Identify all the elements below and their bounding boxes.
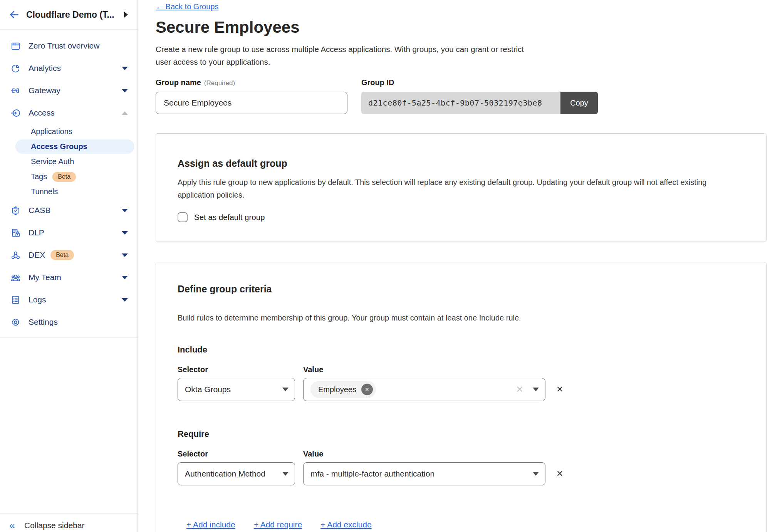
require-labels-row: Selector Value	[178, 450, 745, 458]
group-name-field: Group name(Required)	[156, 78, 347, 114]
add-rule-links: + Add include + Add require + Add exclud…	[178, 520, 745, 529]
sidebar-subitem-label: Service Auth	[31, 157, 74, 166]
sidebar-item-label: Access	[29, 108, 55, 117]
main-content: ← Back to Groups Secure Employees Create…	[138, 0, 770, 532]
group-name-label: Group name	[156, 78, 201, 87]
chevron-up-icon[interactable]	[122, 111, 128, 115]
chevron-down-icon	[282, 472, 289, 476]
page-description: Create a new rule group to use across mu…	[156, 43, 533, 68]
chip-remove-icon[interactable]: ✕	[361, 384, 373, 395]
include-heading: Include	[178, 344, 745, 355]
chevron-down-icon[interactable]	[122, 67, 128, 70]
chevron-down-icon	[533, 388, 539, 391]
back-to-groups-link[interactable]: ← Back to Groups	[156, 2, 218, 11]
sidebar-subitem-label: Applications	[31, 127, 72, 136]
copy-button[interactable]: Copy	[560, 92, 598, 114]
analytics-icon	[10, 63, 21, 74]
clear-all-icon[interactable]: ✕	[516, 384, 523, 395]
sidebar-item-zero-trust-overview[interactable]: Zero Trust overview	[0, 35, 137, 57]
sidebar-item-access-groups[interactable]: Access Groups	[0, 139, 137, 154]
sidebar-item-label: My Team	[29, 273, 61, 282]
define-group-criteria-card: Define group criteria Build rules to det…	[156, 262, 767, 532]
chevron-down-icon[interactable]	[122, 253, 128, 257]
arrow-left-icon[interactable]	[8, 8, 21, 21]
remove-include-rule-icon[interactable]: ✕	[556, 384, 563, 394]
sidebar-item-gateway[interactable]: Gateway	[0, 79, 137, 102]
account-name[interactable]: Cloudflare Demo (T...	[26, 10, 124, 20]
sidebar-item-casb[interactable]: CASB	[0, 199, 137, 222]
group-identity-row: Group name(Required) Group ID d21ce80f-5…	[156, 78, 770, 114]
sidebar-item-label: Zero Trust overview	[29, 41, 99, 50]
selected-option: mfa - multiple-factor authentication	[310, 469, 434, 478]
card-title: Assign as default group	[178, 157, 745, 170]
sidebar-item-tags[interactable]: Tags Beta	[0, 169, 137, 184]
account-header: Cloudflare Demo (T...	[0, 0, 137, 30]
sidebar-item-tunnels[interactable]: Tunnels	[0, 184, 137, 199]
require-rule-row: Authentication Method mfa - multiple-fac…	[178, 462, 745, 485]
sidebar-subitem-label: Access Groups	[31, 142, 87, 151]
casb-icon	[10, 205, 21, 216]
selector-label: Selector	[178, 365, 295, 374]
group-id-label: Group ID	[361, 78, 394, 87]
card-description: Apply this rule group to new application…	[178, 176, 736, 201]
chevron-down-icon[interactable]	[122, 276, 128, 279]
caret-right-icon[interactable]	[124, 12, 128, 18]
sidebar-item-label: Logs	[29, 295, 46, 304]
value-label: Value	[303, 365, 323, 374]
selected-option: Authentication Method	[185, 469, 265, 478]
sidebar-item-logs[interactable]: Logs	[0, 289, 137, 311]
include-value-multiselect[interactable]: Employees ✕ ✕	[303, 378, 545, 401]
require-selector-dropdown[interactable]: Authentication Method	[178, 462, 295, 485]
add-require-link[interactable]: + Add require	[254, 520, 302, 529]
sidebar-item-settings[interactable]: Settings	[0, 311, 137, 333]
logs-icon	[10, 295, 21, 305]
chevron-down-icon[interactable]	[122, 298, 128, 302]
sidebar-item-label: DEX	[29, 250, 45, 260]
settings-gear-icon	[10, 317, 21, 327]
include-labels-row: Selector Value	[178, 365, 745, 374]
beta-badge: Beta	[50, 250, 74, 260]
add-exclude-link[interactable]: + Add exclude	[320, 520, 372, 529]
sidebar-subitem-label: Tags	[31, 172, 47, 181]
require-heading: Require	[178, 429, 745, 440]
group-id-value: d21ce80f-5a25-4bcf-9b07-5032197e3be8	[361, 92, 560, 114]
dex-icon	[10, 250, 21, 260]
gateway-icon	[10, 86, 21, 96]
chevrons-left-icon: «	[9, 522, 15, 529]
sidebar-item-label: Gateway	[29, 86, 60, 95]
set-default-group-checkbox-row[interactable]: Set as default group	[178, 212, 745, 222]
chevron-down-icon[interactable]	[122, 209, 128, 212]
sidebar-item-service-auth[interactable]: Service Auth	[0, 154, 137, 169]
sidebar-divider	[0, 337, 137, 338]
checkbox-label: Set as default group	[194, 213, 265, 222]
chevron-down-icon[interactable]	[122, 89, 128, 92]
sidebar-item-access[interactable]: Access	[0, 102, 137, 124]
include-rule-row: Okta Groups Employees ✕ ✕ ✕	[178, 378, 745, 401]
add-include-link[interactable]: + Add include	[186, 520, 235, 529]
sidebar-item-analytics[interactable]: Analytics	[0, 57, 137, 79]
sidebar-item-label: CASB	[29, 206, 50, 215]
chevron-down-icon	[282, 388, 289, 391]
checkbox-unchecked-icon[interactable]	[178, 212, 188, 222]
collapse-sidebar-button[interactable]: « Collapse sidebar	[0, 513, 137, 532]
value-label: Value	[303, 450, 323, 458]
sidebar-subitem-label: Tunnels	[31, 187, 58, 196]
group-name-input[interactable]	[156, 92, 347, 114]
require-value-dropdown[interactable]: mfa - multiple-factor authentication	[303, 462, 545, 485]
chevron-down-icon	[533, 472, 539, 476]
include-selector-dropdown[interactable]: Okta Groups	[178, 378, 295, 401]
sidebar-item-dex[interactable]: DEX Beta	[0, 244, 137, 266]
chevron-down-icon[interactable]	[122, 231, 128, 235]
collapse-sidebar-label: Collapse sidebar	[24, 521, 84, 530]
assign-default-group-card: Assign as default group Apply this rule …	[156, 133, 767, 242]
value-chip: Employees ✕	[310, 381, 376, 398]
selected-option: Okta Groups	[185, 385, 231, 394]
sidebar-item-dlp[interactable]: DLP	[0, 222, 137, 244]
beta-badge: Beta	[52, 172, 76, 182]
selector-label: Selector	[178, 450, 295, 458]
sidebar-item-my-team[interactable]: My Team	[0, 266, 137, 289]
dlp-icon	[10, 228, 21, 238]
zero-trust-dashboard: Cloudflare Demo (T... Zero Trust overvie…	[0, 0, 770, 532]
sidebar-item-applications[interactable]: Applications	[0, 124, 137, 139]
remove-require-rule-icon[interactable]: ✕	[556, 469, 563, 479]
